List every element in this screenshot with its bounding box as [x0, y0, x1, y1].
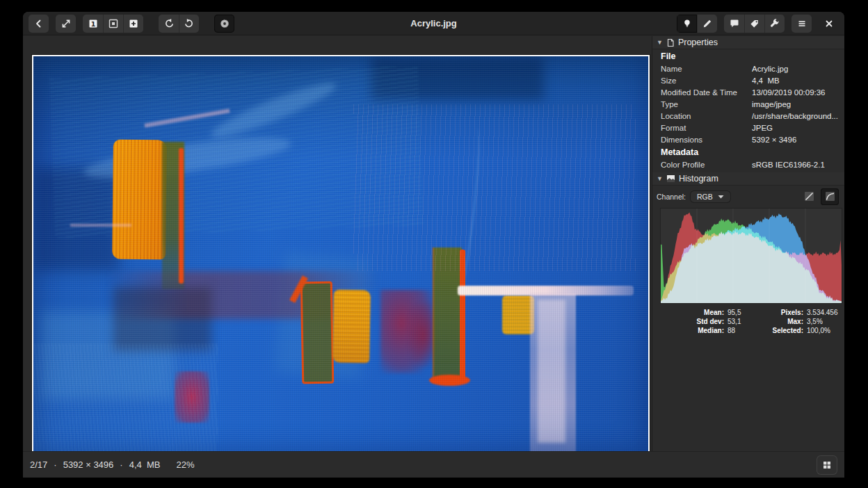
- menu-icon: [796, 18, 807, 29]
- selected-label: Selected:: [764, 327, 803, 334]
- toolbar: 1: [23, 12, 844, 35]
- fullscreen-icon: [61, 18, 72, 29]
- comment-button[interactable]: [724, 15, 744, 33]
- zoom-button-group: 1: [83, 15, 143, 33]
- pixels-label: Pixels:: [764, 309, 803, 316]
- rotate-right-button[interactable]: [179, 15, 199, 33]
- mean-value: 95,5: [724, 309, 764, 316]
- status-separator: ·: [54, 459, 56, 470]
- back-icon: [33, 18, 45, 29]
- property-row-location: Location/usr/share/background...: [652, 110, 844, 122]
- histogram-section-header[interactable]: ▼ Histogram: [652, 172, 844, 186]
- properties-sidebar: ▼ Properties File NameAcrylic.jpg Size4,…: [652, 36, 844, 451]
- comment-icon: [729, 18, 740, 29]
- logarithmic-scale-icon: [825, 191, 835, 202]
- histogram-plot[interactable]: [660, 208, 842, 304]
- edit-button[interactable]: [697, 15, 717, 33]
- fullscreen-button[interactable]: [56, 15, 76, 33]
- status-size: 4,4 MB: [129, 459, 161, 470]
- expander-arrow-icon: ▼: [657, 175, 663, 182]
- rotate-left-icon: [163, 18, 175, 29]
- image-frame: [32, 55, 650, 456]
- tools-button[interactable]: [764, 15, 785, 33]
- stddev-value: 53,1: [724, 318, 764, 325]
- window-title: Acrylic.jpg: [410, 12, 456, 35]
- file-section-title: File: [652, 49, 844, 63]
- grid-view-icon: [822, 460, 832, 470]
- zoom-original-button[interactable]: 1: [83, 15, 103, 33]
- svg-text:1: 1: [90, 19, 95, 27]
- status-position: 2/17: [30, 459, 47, 470]
- histogram-controls: Channel: RGB: [652, 186, 844, 206]
- tag-button[interactable]: [744, 15, 764, 33]
- status-zoom-level: 22%: [176, 459, 194, 470]
- property-row-format: FormatJPEG: [652, 122, 844, 133]
- properties-section-header[interactable]: ▼ Properties: [652, 36, 844, 49]
- channel-label: Channel:: [657, 193, 686, 201]
- wrench-icon: [769, 18, 780, 29]
- zoom-in-icon: [128, 18, 139, 29]
- lightbulb-icon: [682, 18, 693, 29]
- paint-vignette: [33, 56, 648, 455]
- brush-edit-icon: [702, 18, 713, 29]
- logarithmic-scale-button[interactable]: [821, 188, 839, 205]
- tag-icon: [749, 18, 760, 29]
- histogram-stats: Mean:95,5 Pixels:3.534.456 Std dev:53,1 …: [652, 304, 844, 334]
- annotation-button-group: [724, 15, 785, 33]
- linear-scale-icon: [804, 191, 814, 202]
- histogram-header-label: Histogram: [679, 174, 718, 184]
- max-value: 3,5%: [803, 318, 844, 325]
- document-icon: [666, 38, 675, 47]
- zoom-original-icon: 1: [88, 18, 99, 29]
- property-row-color-profile: Color ProfilesRGB IEC61966-2.1: [652, 158, 844, 170]
- property-row-name: NameAcrylic.jpg: [652, 63, 844, 74]
- max-label: Max:: [764, 318, 803, 325]
- stddev-label: Std dev:: [652, 318, 724, 325]
- image-viewer-area: [23, 36, 652, 451]
- close-icon: [824, 19, 834, 29]
- rotate-left-button[interactable]: [159, 15, 179, 33]
- status-separator: ·: [120, 459, 122, 470]
- rotate-right-icon: [184, 18, 195, 29]
- median-label: Median:: [652, 327, 724, 334]
- histogram-chart: [661, 209, 842, 303]
- property-row-modified: Modified Date & Time13/09/2019 00:09:36: [652, 86, 844, 98]
- aperture-icon: [219, 18, 230, 29]
- gthumb-window: 1: [23, 12, 844, 478]
- chevron-down-icon: [718, 195, 724, 199]
- properties-toggle-button[interactable]: [677, 15, 697, 33]
- close-button[interactable]: [819, 15, 839, 33]
- aperture-button[interactable]: [214, 15, 234, 33]
- property-row-size: Size4,4 MB: [652, 74, 844, 86]
- zoom-in-button[interactable]: [123, 15, 143, 33]
- pixels-value: 3.534.456: [803, 309, 844, 316]
- photo-acrylic-painting[interactable]: [33, 56, 648, 455]
- median-value: 88: [724, 327, 764, 334]
- status-bar: 2/17 · 5392 × 3496 · 4,4 MB 22%: [23, 451, 844, 478]
- channel-dropdown[interactable]: RGB: [690, 190, 731, 203]
- property-row-dimensions: Dimensions5392 × 3496: [652, 133, 844, 145]
- view-button-group: [677, 15, 717, 33]
- metadata-section-title: Metadata: [652, 145, 844, 158]
- status-dimensions: 5392 × 3496: [63, 459, 114, 470]
- properties-header-label: Properties: [678, 38, 718, 47]
- thumbnail-view-button[interactable]: [817, 455, 837, 475]
- rotate-button-group: [159, 15, 199, 33]
- image-icon: [666, 174, 675, 183]
- linear-scale-button[interactable]: [800, 188, 818, 205]
- channel-value: RGB: [697, 193, 713, 201]
- expander-arrow-icon: ▼: [657, 39, 663, 46]
- selected-value: 100,0%: [803, 327, 844, 334]
- property-row-type: Typeimage/jpeg: [652, 98, 844, 110]
- menu-button[interactable]: [791, 15, 812, 33]
- back-button[interactable]: [29, 15, 49, 33]
- zoom-fit-button[interactable]: [103, 15, 123, 33]
- zoom-fit-icon: [108, 18, 119, 29]
- mean-label: Mean:: [652, 309, 724, 316]
